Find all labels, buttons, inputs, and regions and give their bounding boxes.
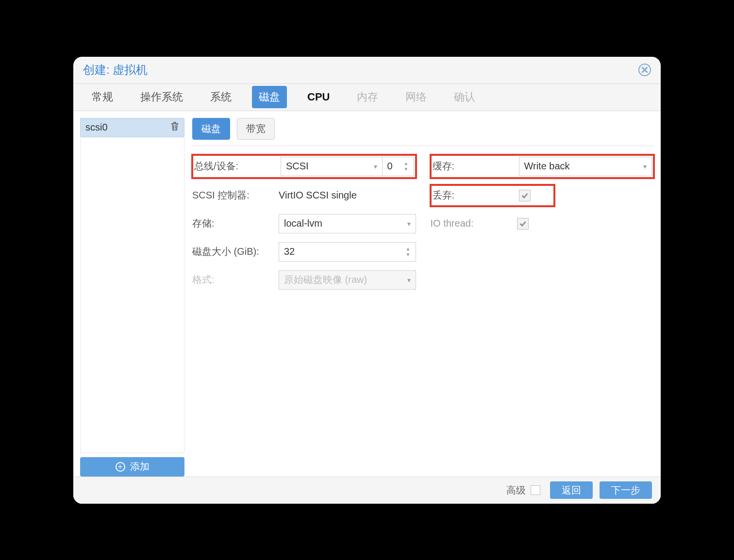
format-select: 原始磁盘映像 (raw) ▾ (279, 270, 416, 290)
storage-select[interactable]: local-lvm ▾ (279, 214, 416, 233)
add-button-label: 添加 (130, 460, 150, 473)
window-title: 创建: 虚拟机 (83, 62, 148, 78)
chevron-down-icon: ▾ (374, 163, 377, 170)
form-columns: 总线/设备: SCSI ▾ 0 ▲▼ (192, 146, 654, 291)
row-iothread: IO thread: (431, 213, 654, 234)
advanced-checkbox[interactable] (531, 485, 540, 495)
disk-size-label: 磁盘大小 (GiB): (192, 245, 279, 258)
close-icon[interactable] (638, 64, 651, 76)
row-disk-size: 磁盘大小 (GiB): 32 ▲▼ (192, 241, 416, 263)
scsi-controller-value: VirtIO SCSI single (279, 190, 357, 201)
tab-network: 网络 (399, 86, 434, 108)
disk-item-label: scsi0 (85, 122, 108, 133)
tab-system[interactable]: 系统 (203, 86, 238, 108)
trash-icon[interactable] (170, 121, 179, 133)
titlebar: 创建: 虚拟机 (73, 57, 661, 84)
bus-device-label: 总线/设备: (194, 160, 281, 173)
disk-sidebar: scsi0 + 添加 (80, 118, 184, 477)
tab-general[interactable]: 常规 (85, 86, 120, 108)
discard-checkbox[interactable] (519, 190, 531, 201)
row-format: 格式: 原始磁盘映像 (raw) ▾ (192, 269, 416, 291)
tab-memory: 内存 (350, 86, 385, 108)
form-right-column: 缓存: Write back ▾ 丢弃: (431, 155, 654, 291)
iothread-label: IO thread: (431, 218, 517, 229)
plus-icon: + (116, 462, 125, 472)
bus-select-value: SCSI (286, 161, 309, 172)
back-button[interactable]: 返回 (550, 481, 593, 499)
dialog-footer: 高级 返回 下一步 (73, 477, 661, 504)
cache-select[interactable]: Write back ▾ (519, 157, 652, 176)
disk-size-spinner[interactable]: 32 ▲▼ (279, 242, 416, 262)
row-storage: 存储: local-lvm ▾ (192, 213, 416, 234)
scsi-controller-label: SCSI 控制器: (192, 189, 279, 202)
iothread-checkbox[interactable] (517, 218, 529, 230)
disk-size-value: 32 (284, 246, 295, 257)
spinner-arrows-icon: ▲▼ (404, 161, 409, 172)
tab-cpu[interactable]: CPU (300, 87, 336, 107)
dialog-body: scsi0 + 添加 磁盘 带宽 (73, 111, 661, 477)
advanced-label: 高级 (506, 484, 526, 497)
format-value: 原始磁盘映像 (raw) (284, 273, 367, 286)
row-cache: 缓存: Write back ▾ (431, 155, 654, 178)
add-disk-button[interactable]: + 添加 (80, 457, 184, 477)
storage-value: local-lvm (284, 218, 322, 229)
advanced-toggle[interactable]: 高级 (506, 484, 540, 497)
row-discard: 丢弃: (431, 185, 554, 206)
chevron-down-icon: ▾ (643, 163, 647, 170)
tab-confirm: 确认 (447, 86, 482, 108)
disk-list-item[interactable]: scsi0 (80, 118, 184, 137)
row-bus-device: 总线/设备: SCSI ▾ 0 ▲▼ (192, 155, 416, 178)
form-left-column: 总线/设备: SCSI ▾ 0 ▲▼ (192, 155, 416, 291)
wizard-tabs: 常规 操作系统 系统 磁盘 CPU 内存 网络 确认 (73, 84, 661, 111)
subtab-bandwidth[interactable]: 带宽 (237, 118, 275, 140)
bus-index-spinner[interactable]: 0 ▲▼ (382, 157, 414, 176)
spinner-arrows-icon: ▲▼ (406, 247, 411, 257)
bus-index-value: 0 (387, 161, 393, 172)
discard-label: 丢弃: (433, 189, 519, 202)
disk-list-empty (80, 137, 184, 453)
tab-os[interactable]: 操作系统 (133, 86, 190, 108)
next-button[interactable]: 下一步 (600, 481, 652, 499)
tab-disk[interactable]: 磁盘 (252, 86, 287, 108)
disk-form: 磁盘 带宽 总线/设备: SCSI ▾ (192, 118, 654, 477)
storage-label: 存储: (192, 217, 279, 230)
next-button-label: 下一步 (611, 484, 640, 497)
back-button-label: 返回 (562, 484, 581, 497)
subtab-disk[interactable]: 磁盘 (192, 118, 230, 140)
chevron-down-icon: ▾ (407, 276, 411, 284)
disk-subtabs: 磁盘 带宽 (192, 118, 654, 146)
cache-label: 缓存: (433, 160, 519, 173)
row-scsi-controller: SCSI 控制器: VirtIO SCSI single (192, 185, 416, 206)
cache-value: Write back (524, 161, 570, 172)
dialog-create-vm: 创建: 虚拟机 常规 操作系统 系统 磁盘 CPU 内存 网络 确认 scsi0 (73, 57, 661, 504)
chevron-down-icon: ▾ (407, 220, 411, 228)
bus-select[interactable]: SCSI ▾ (281, 157, 382, 176)
format-label: 格式: (192, 273, 279, 286)
